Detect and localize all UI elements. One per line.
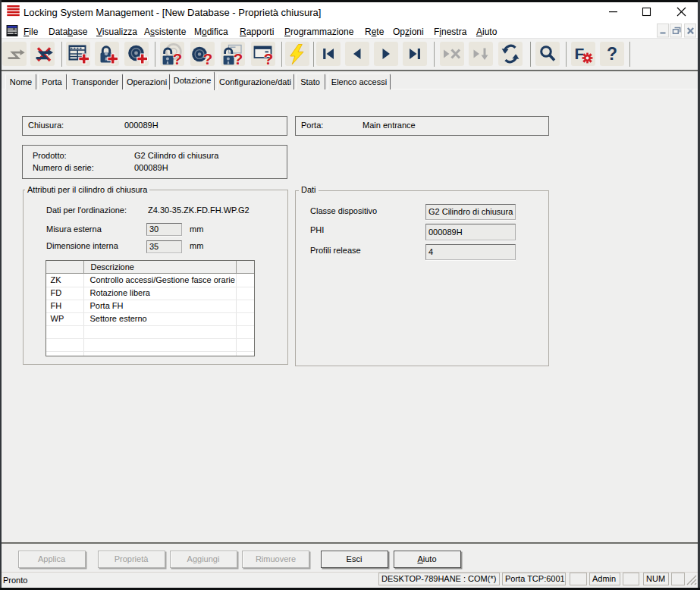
svg-text:?: ?	[234, 50, 243, 66]
svg-text:?: ?	[607, 44, 617, 64]
svg-text:?: ?	[203, 50, 213, 66]
svg-text:F: F	[575, 45, 585, 62]
svg-text:?: ?	[263, 50, 273, 66]
svg-text:?: ?	[173, 50, 183, 66]
